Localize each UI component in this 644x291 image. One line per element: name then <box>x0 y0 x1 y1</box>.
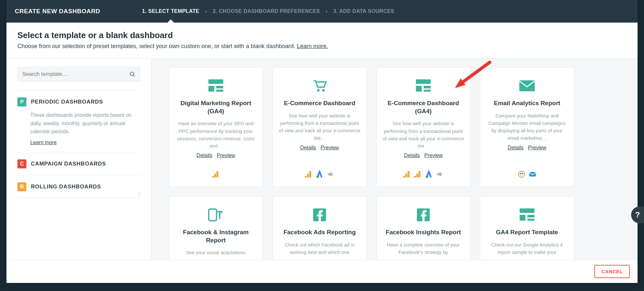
template-card[interactable]: Facebook Insights ReportHave a complete … <box>376 196 470 260</box>
card-title: Facebook Insights Report <box>386 228 461 236</box>
details-link[interactable]: Details <box>508 145 524 151</box>
source-bull-icon <box>436 170 444 178</box>
card-description: Have a complete overview of your Faceboo… <box>382 241 464 256</box>
card-description: See how well your website is performing … <box>382 120 464 147</box>
card-sources <box>212 169 220 179</box>
source-ga-icon <box>305 170 312 178</box>
mail-icon <box>519 77 535 95</box>
card-title: Email Analytics Report <box>494 99 560 107</box>
svg-point-24 <box>414 176 416 178</box>
template-card[interactable]: Email Analytics ReportCompare your Mailc… <box>480 67 574 187</box>
svg-rect-34 <box>520 208 534 213</box>
svg-rect-11 <box>309 171 311 177</box>
badge-rolling: R <box>17 182 26 191</box>
svg-rect-15 <box>416 79 431 84</box>
details-link[interactable]: Details <box>197 153 212 158</box>
preview-link[interactable]: Preview <box>424 153 443 158</box>
svg-rect-17 <box>424 86 431 88</box>
step-2[interactable]: 2. CHOOSE DASHBOARD PREFERENCES <box>213 8 320 14</box>
template-card[interactable]: Digital Marketing Report (GA4)Have an ov… <box>169 67 263 187</box>
details-link[interactable]: Details <box>404 153 420 158</box>
svg-point-29 <box>522 173 523 174</box>
svg-rect-7 <box>214 174 216 177</box>
svg-rect-16 <box>416 86 422 92</box>
preview-link[interactable]: Preview <box>321 145 339 151</box>
svg-point-28 <box>520 173 521 174</box>
modal-footer: CANCEL <box>6 260 638 283</box>
create-dashboard-modal: CREATE NEW DASHBOARD 1. SELECT TEMPLATE … <box>6 0 638 283</box>
card-title: Facebook Ads Reporting <box>284 228 356 236</box>
template-card[interactable]: E-Commerce Dashboard (GA4)See how well y… <box>376 67 470 187</box>
modal-body: P PERIODIC DASHBOARDS These dashboards p… <box>6 58 638 260</box>
svg-point-0 <box>130 72 134 75</box>
source-ga-icon <box>414 170 422 178</box>
topbar: CREATE NEW DASHBOARD 1. SELECT TEMPLATE … <box>6 0 638 23</box>
search-input[interactable] <box>22 71 130 77</box>
card-title: E-Commerce Dashboard <box>284 99 355 107</box>
dashboard-icon <box>416 77 431 95</box>
wizard-steps: 1. SELECT TEMPLATE › 2. CHOOSE DASHBOARD… <box>142 8 394 14</box>
page-subheading: Choose from our selection of preset temp… <box>17 43 627 50</box>
template-card[interactable]: Facebook Ads ReportingCheck out which Fa… <box>273 196 367 260</box>
modal-title: CREATE NEW DASHBOARD <box>15 8 100 15</box>
details-link[interactable]: Details <box>300 145 316 151</box>
svg-rect-20 <box>405 174 407 177</box>
preview-link[interactable]: Preview <box>217 153 235 158</box>
svg-rect-4 <box>216 86 223 88</box>
category-rolling[interactable]: R ROLLING DASHBOARDS <box>17 175 140 198</box>
template-card[interactable]: Facebook & Instagram ReportSee your soci… <box>169 196 263 260</box>
svg-point-13 <box>305 176 307 178</box>
card-description: Compare your Mailchimp and Campaign Moni… <box>486 112 568 140</box>
header-section: Select a template or a blank dashboard C… <box>6 23 638 58</box>
card-title: Digital Marketing Report (GA4) <box>175 99 257 115</box>
svg-point-8 <box>212 176 214 178</box>
svg-rect-12 <box>307 174 309 177</box>
subheading-text: Choose from our selection of preset temp… <box>17 43 297 49</box>
svg-rect-3 <box>208 86 214 92</box>
svg-rect-37 <box>527 219 534 221</box>
category-learn-more-link[interactable]: Learn more <box>17 140 57 146</box>
card-description: Check out our Google Analytics 4 report … <box>486 241 568 256</box>
svg-rect-26 <box>519 80 535 91</box>
dashboard-icon <box>520 206 534 224</box>
source-ga-icon <box>212 170 220 178</box>
step-1[interactable]: 1. SELECT TEMPLATE <box>142 8 199 14</box>
svg-rect-19 <box>408 171 409 177</box>
svg-point-21 <box>403 176 405 178</box>
category-periodic[interactable]: P PERIODIC DASHBOARDS These dashboards p… <box>17 90 140 152</box>
card-sources <box>305 169 334 179</box>
fb-icon <box>417 206 430 224</box>
svg-rect-35 <box>520 215 525 221</box>
preview-link[interactable]: Preview <box>528 145 546 151</box>
step-3[interactable]: 3. ADD DATA SOURCES <box>333 8 394 14</box>
svg-rect-18 <box>424 90 431 92</box>
svg-point-25 <box>426 176 428 178</box>
selection-indicator <box>137 190 140 198</box>
dashboard-icon <box>208 77 223 95</box>
svg-rect-23 <box>416 174 418 177</box>
svg-point-10 <box>322 89 325 92</box>
card-title: Facebook & Instagram Report <box>175 228 257 244</box>
category-campaign[interactable]: C CAMPAIGN DASHBOARDS <box>17 152 140 175</box>
svg-rect-30 <box>529 172 536 176</box>
card-links: DetailsPreview <box>197 153 235 158</box>
source-mc-icon <box>518 170 525 178</box>
search-box[interactable] <box>17 67 140 82</box>
cancel-button[interactable]: CANCEL <box>594 265 630 278</box>
svg-rect-22 <box>418 171 420 177</box>
template-card[interactable]: E-Commerce DashboardSee how well your we… <box>273 67 367 187</box>
template-grid-area[interactable]: Digital Marketing Report (GA4)Have an ov… <box>151 58 638 260</box>
source-gads-icon <box>316 170 323 178</box>
cart-icon <box>312 77 327 95</box>
card-sources <box>518 169 536 179</box>
fb-icon <box>313 206 326 224</box>
template-card[interactable]: GA4 Report TemplateCheck out our Google … <box>480 196 574 260</box>
card-title: E-Commerce Dashboard (GA4) <box>382 99 464 115</box>
category-title: CAMPAIGN DASHBOARDS <box>31 161 106 167</box>
page-heading: Select a template or a blank dashboard <box>17 30 627 40</box>
source-ga-icon <box>403 170 411 178</box>
card-description: Check out which Facebook ad is working b… <box>279 241 360 256</box>
source-cm-icon <box>529 170 536 178</box>
learn-more-link[interactable]: Learn more. <box>297 43 328 49</box>
category-title: PERIODIC DASHBOARDS <box>31 99 103 105</box>
